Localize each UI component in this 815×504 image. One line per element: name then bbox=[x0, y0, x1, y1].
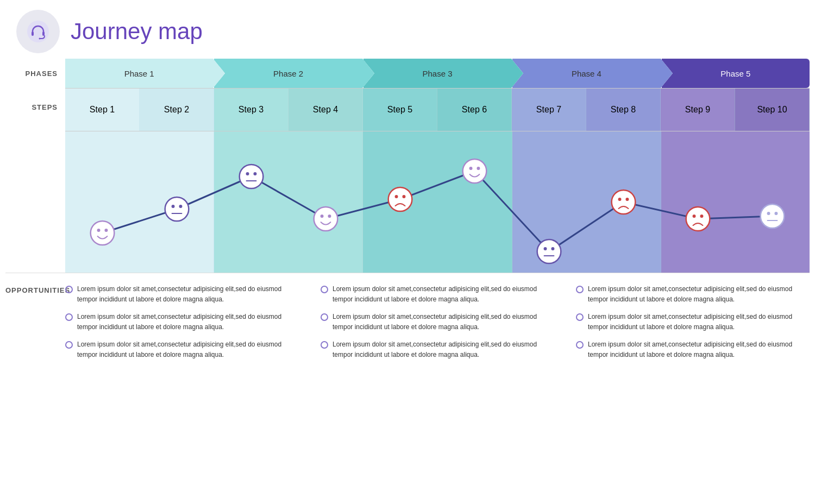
opp-text: Lorem ipsum dolor sit amet,consectetur a… bbox=[588, 284, 810, 304]
svg-point-15 bbox=[314, 207, 338, 231]
opp-bullet bbox=[65, 341, 73, 349]
svg-point-22 bbox=[469, 167, 473, 170]
svg-point-28 bbox=[612, 190, 636, 214]
page-title: Journey map bbox=[71, 18, 203, 45]
phase-3: Phase 3 bbox=[363, 59, 511, 88]
svg-point-12 bbox=[246, 172, 249, 175]
phase-5-label: Phase 5 bbox=[720, 69, 750, 78]
svg-point-18 bbox=[388, 187, 412, 211]
phase-4-label: Phase 4 bbox=[572, 69, 601, 78]
opp-group-1: Lorem ipsum dolor sit amet,consectetur a… bbox=[65, 284, 310, 368]
step-5-cell: Step 5 bbox=[363, 89, 437, 131]
svg-rect-2 bbox=[42, 32, 45, 36]
opp-item-2-3: Lorem ipsum dolor sit amet,consectetur a… bbox=[321, 339, 554, 360]
feeling-chart bbox=[65, 131, 810, 273]
svg-point-7 bbox=[165, 197, 189, 221]
step-8-cell: Step 8 bbox=[586, 89, 661, 131]
feeling-point-10 bbox=[761, 204, 785, 228]
opp-item-1-1: Lorem ipsum dolor sit amet,consectetur a… bbox=[65, 284, 299, 304]
opp-item-3-1: Lorem ipsum dolor sit amet,consectetur a… bbox=[576, 284, 810, 304]
svg-point-26 bbox=[551, 247, 554, 250]
phase-2: Phase 2 bbox=[214, 59, 362, 88]
phases-row: PHASES Phase 1 Phase 2 Phase 3 Phase 4 P… bbox=[5, 59, 810, 88]
svg-point-9 bbox=[179, 205, 182, 208]
svg-point-20 bbox=[402, 195, 405, 198]
svg-point-0 bbox=[27, 21, 49, 42]
svg-point-30 bbox=[625, 198, 629, 201]
phase-5: Phase 5 bbox=[662, 59, 810, 88]
svg-point-35 bbox=[767, 212, 770, 215]
step-6-cell: Step 6 bbox=[437, 89, 512, 131]
opp-group-3: Lorem ipsum dolor sit amet,consectetur a… bbox=[565, 284, 810, 368]
step-7-cell: Step 7 bbox=[512, 89, 586, 131]
step-9-cell: Step 9 bbox=[661, 89, 735, 131]
opp-text: Lorem ipsum dolor sit amet,consectetur a… bbox=[77, 284, 299, 304]
opp-item-2-1: Lorem ipsum dolor sit amet,consectetur a… bbox=[321, 284, 554, 304]
svg-point-3 bbox=[39, 38, 41, 40]
svg-point-13 bbox=[253, 172, 256, 175]
feeling-point-5 bbox=[388, 187, 412, 211]
svg-point-11 bbox=[240, 165, 264, 188]
steps-feeling-section: STEPS Step 1 Step 2 Step 3 Step 4 Step 5… bbox=[5, 88, 810, 273]
svg-point-31 bbox=[686, 207, 710, 231]
opp-group-2: Lorem ipsum dolor sit amet,consectetur a… bbox=[310, 284, 565, 368]
opp-bullet bbox=[321, 341, 328, 349]
svg-point-33 bbox=[700, 215, 703, 218]
feeling-point-2 bbox=[165, 197, 189, 221]
svg-point-34 bbox=[761, 204, 785, 228]
step-3-cell: Step 3 bbox=[214, 89, 289, 131]
opp-text: Lorem ipsum dolor sit amet,consectetur a… bbox=[333, 312, 554, 332]
step-10-cell: Step 10 bbox=[735, 89, 810, 131]
phase-4: Phase 4 bbox=[512, 59, 660, 88]
svg-point-4 bbox=[91, 221, 115, 245]
opp-bullet bbox=[321, 286, 328, 293]
opp-item-3-2: Lorem ipsum dolor sit amet,consectetur a… bbox=[576, 312, 810, 332]
opp-bullet bbox=[321, 313, 328, 321]
feeling-point-8 bbox=[612, 190, 636, 214]
headset-icon bbox=[26, 20, 50, 43]
phases-track: Phase 1 Phase 2 Phase 3 Phase 4 Phase 5 bbox=[65, 59, 810, 88]
opp-text: Lorem ipsum dolor sit amet,consectetur a… bbox=[77, 312, 299, 332]
steps-row: Step 1 Step 2 Step 3 Step 4 Step 5 Step … bbox=[65, 88, 810, 131]
opp-item-1-2: Lorem ipsum dolor sit amet,consectetur a… bbox=[65, 312, 299, 332]
opportunities-grid: Lorem ipsum dolor sit amet,consectetur a… bbox=[65, 284, 810, 368]
opp-text: Lorem ipsum dolor sit amet,consectetur a… bbox=[333, 284, 554, 304]
opp-item-3-3: Lorem ipsum dolor sit amet,consectetur a… bbox=[576, 339, 810, 360]
phase-1: Phase 1 bbox=[65, 59, 213, 88]
grid-area: Step 1 Step 2 Step 3 Step 4 Step 5 Step … bbox=[65, 88, 810, 273]
opp-bullet bbox=[65, 286, 73, 293]
svg-point-32 bbox=[693, 215, 696, 218]
feeling-point-9 bbox=[686, 207, 710, 231]
phase-1-label: Phase 1 bbox=[124, 69, 154, 78]
main-content: PHASES Phase 1 Phase 2 Phase 3 Phase 4 P… bbox=[0, 59, 815, 373]
opportunities-label: OPPORTUNITIES bbox=[5, 284, 65, 294]
svg-point-8 bbox=[172, 205, 175, 208]
phases-label: PHASES bbox=[5, 70, 65, 78]
svg-point-29 bbox=[618, 198, 622, 201]
svg-point-17 bbox=[328, 215, 331, 218]
svg-point-19 bbox=[395, 195, 398, 198]
opp-text: Lorem ipsum dolor sit amet,consectetur a… bbox=[588, 312, 810, 332]
svg-point-21 bbox=[463, 159, 487, 183]
page-header: Journey map bbox=[0, 0, 815, 59]
opp-item-2-2: Lorem ipsum dolor sit amet,consectetur a… bbox=[321, 312, 554, 332]
feeling-point-7 bbox=[537, 240, 561, 263]
svg-rect-1 bbox=[32, 32, 34, 36]
svg-point-5 bbox=[97, 229, 101, 232]
phase-3-label: Phase 3 bbox=[422, 69, 452, 78]
feeling-point-1 bbox=[91, 221, 115, 245]
header-icon-wrapper bbox=[16, 10, 60, 53]
svg-point-36 bbox=[774, 212, 778, 215]
opp-text: Lorem ipsum dolor sit amet,consectetur a… bbox=[77, 339, 299, 360]
phase-2-label: Phase 2 bbox=[273, 69, 303, 78]
step-1-cell: Step 1 bbox=[65, 89, 140, 131]
steps-label: STEPS bbox=[5, 103, 65, 111]
opp-bullet bbox=[576, 341, 584, 349]
opp-text: Lorem ipsum dolor sit amet,consectetur a… bbox=[333, 339, 554, 360]
feeling-point-4 bbox=[314, 207, 338, 231]
step-4-cell: Step 4 bbox=[289, 89, 363, 131]
opportunities-section: OPPORTUNITIES Lorem ipsum dolor sit amet… bbox=[5, 273, 810, 373]
feeling-point-6 bbox=[463, 159, 487, 183]
svg-point-24 bbox=[537, 240, 561, 263]
opp-bullet bbox=[576, 286, 584, 293]
